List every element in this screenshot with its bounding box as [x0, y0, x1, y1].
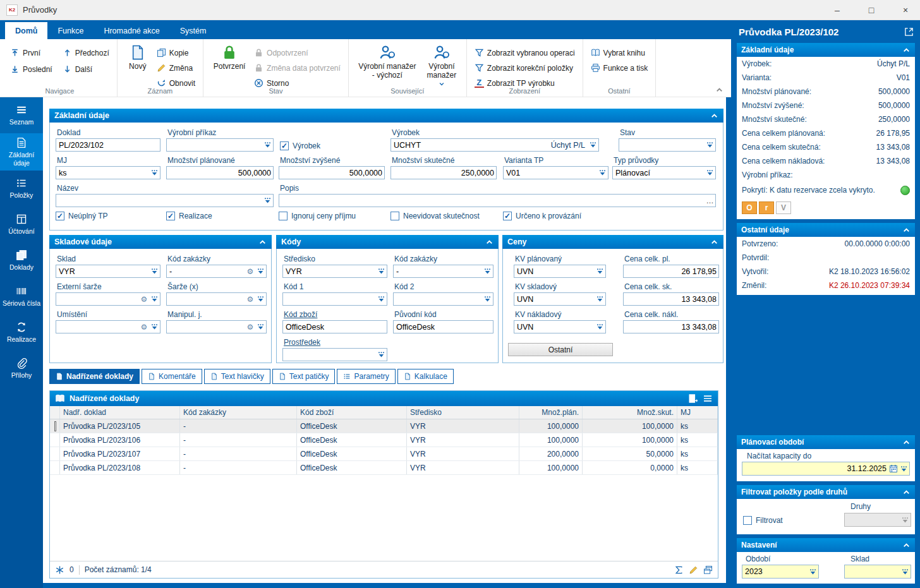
gear-icon[interactable]: ⚙	[139, 321, 149, 333]
sidebar-item-doklady[interactable]: Doklady	[0, 243, 43, 279]
vyrobni-prikaz-input[interactable]	[166, 138, 274, 152]
kv-nakladovy-input[interactable]: UVN	[514, 320, 606, 333]
field-label-link[interactable]: Kód zboží	[282, 310, 387, 319]
sidebar-item-realizace[interactable]: Realizace	[0, 315, 43, 351]
sklad-input[interactable]	[844, 565, 911, 579]
checkbox-box[interactable]	[743, 516, 752, 525]
popis-input[interactable]: …	[279, 194, 716, 207]
collapse-icon[interactable]	[258, 238, 267, 246]
gear-icon[interactable]: ⚙	[245, 293, 255, 305]
mnozstvi-zvysene-input[interactable]: 500,0000	[279, 166, 385, 179]
dropdown-icon[interactable]	[808, 565, 818, 578]
kv-skladovy-input[interactable]: UVN	[514, 292, 606, 306]
dropdown-icon[interactable]	[705, 167, 715, 179]
dropdown-icon[interactable]	[149, 167, 160, 179]
prostredek-input[interactable]	[282, 348, 387, 361]
production-manager-default-button[interactable]: Výrobní manažer - výchozí	[354, 43, 420, 81]
minimize-button[interactable]: –	[823, 0, 852, 20]
tab-nadrizene-doklady[interactable]: Nadřízené doklady	[49, 369, 140, 384]
stav-input[interactable]	[619, 138, 716, 152]
production-manager-button[interactable]: Výrobní manažer	[423, 43, 461, 90]
dropdown-icon[interactable]	[705, 139, 715, 151]
column-header[interactable]: MJ	[677, 406, 718, 419]
section-header[interactable]: Skladové údaje	[49, 235, 272, 249]
ribbon-tab-domu[interactable]: Domů	[5, 22, 47, 39]
gear-icon[interactable]: ⚙	[139, 293, 149, 305]
select-book-button[interactable]: Vybrat knihu	[589, 45, 650, 60]
checkbox-box[interactable]	[279, 212, 288, 220]
expand-panel-icon[interactable]	[904, 27, 914, 37]
collapse-icon[interactable]	[710, 112, 718, 120]
section-header[interactable]: Kódy	[276, 235, 499, 249]
mnozstvi-planovane-input[interactable]: 500,0000	[166, 166, 274, 179]
dropdown-icon[interactable]	[597, 167, 608, 179]
gear-icon[interactable]: ⚙	[245, 265, 255, 277]
checkbox-ignoruj-ceny[interactable]: Ignoruj ceny příjmu	[279, 212, 356, 220]
table-row[interactable]: Průvodka PL/2023/107 - OfficeDesk VYR 20…	[50, 447, 718, 461]
section-header[interactable]: Základní údaje	[49, 109, 723, 123]
kod-1-input[interactable]	[282, 292, 387, 306]
copy-button[interactable]: Kopie	[155, 45, 197, 60]
cena-celk-sk-input[interactable]: 13 343,08	[623, 292, 719, 306]
checkbox-box[interactable]	[503, 212, 512, 220]
externi-sarze-input[interactable]: ⚙	[56, 292, 160, 306]
cena-celk-pl-input[interactable]: 26 178,95	[623, 265, 719, 278]
show-correction-items-button[interactable]: Zobrazit korekční položky	[473, 61, 577, 75]
collapse-icon[interactable]	[902, 226, 911, 234]
dropdown-icon[interactable]	[149, 265, 160, 277]
column-header[interactable]: Nadř. doklad	[60, 406, 180, 419]
dropdown-icon[interactable]	[595, 321, 605, 333]
new-button[interactable]: Nový	[123, 43, 152, 73]
kod-2-input[interactable]	[393, 292, 493, 306]
dropdown-icon[interactable]	[482, 265, 493, 277]
functions-print-button[interactable]: Funkce a tisk	[589, 61, 650, 75]
panel-section-header[interactable]: Plánovací období	[737, 435, 915, 449]
dropdown-icon[interactable]	[255, 321, 266, 333]
dropdown-icon[interactable]	[255, 265, 266, 277]
collapse-icon[interactable]	[902, 488, 911, 496]
dropdown-icon[interactable]	[482, 293, 493, 305]
collapse-icon[interactable]	[902, 541, 911, 549]
tab-kalkulace[interactable]: Kalkulace	[397, 369, 454, 384]
obdobi-input[interactable]: 2023	[742, 565, 819, 579]
kod-zbozi-input[interactable]: OfficeDesk	[282, 320, 387, 333]
ellipsis-button[interactable]: …	[705, 195, 715, 207]
ribbon-tab-hromadne-akce[interactable]: Hromadné akce	[94, 22, 169, 39]
dropdown-icon[interactable]	[899, 462, 909, 475]
dropdown-icon[interactable]	[376, 349, 387, 361]
kv-planovany-input[interactable]: UVN	[514, 265, 606, 278]
ribbon-tab-system[interactable]: Systém	[170, 22, 217, 39]
manipulacni-jednotka-input[interactable]: ⚙	[166, 320, 267, 333]
last-button[interactable]: Poslední	[8, 62, 54, 76]
umisteni-input[interactable]: ⚙	[56, 320, 160, 333]
sarze-input[interactable]: ⚙	[166, 292, 267, 306]
sidebar-item-polozky[interactable]: Položky	[0, 171, 43, 207]
sidebar-item-seriova-cisla[interactable]: Sériová čísla	[0, 279, 43, 315]
table-row[interactable]: Průvodka PL/2023/108 - OfficeDesk VYR 10…	[50, 461, 718, 475]
grid-menu-icon[interactable]	[703, 393, 713, 404]
panel-section-header[interactable]: Nastavení	[737, 538, 915, 552]
table-row[interactable]: Průvodka PL/2023/105 - OfficeDesk VYR 10…	[50, 419, 718, 433]
checkbox-neevidovat[interactable]: Neevidovat skutečnost	[390, 212, 480, 220]
dropdown-icon[interactable]	[588, 139, 598, 151]
dropdown-icon[interactable]	[595, 293, 605, 305]
collapse-icon[interactable]	[710, 238, 718, 246]
copy-window-icon[interactable]	[703, 565, 713, 575]
doklad-input[interactable]: PL/2023/102	[56, 138, 160, 152]
dropdown-icon[interactable]	[262, 195, 273, 207]
o-button[interactable]: O	[742, 201, 757, 214]
change-confirm-date-button[interactable]: Změna data potvrzení	[252, 61, 342, 75]
kod-zakazky-input[interactable]: -⚙	[166, 265, 267, 278]
filtrovat-checkbox[interactable]: Filtrovat	[743, 516, 783, 525]
next-button[interactable]: Další	[61, 62, 111, 76]
collapse-icon[interactable]	[902, 46, 911, 54]
confirm-button[interactable]: Potvrzení	[209, 43, 250, 73]
column-header[interactable]: Kód zakázky	[180, 406, 297, 419]
puvodni-kod-input[interactable]: OfficeDesk	[393, 320, 493, 333]
ostatni-button[interactable]: Ostatní	[508, 343, 613, 356]
checkbox-box[interactable]	[166, 212, 175, 220]
sidebar-item-zakladni-udaje[interactable]: Základní údaje	[0, 133, 43, 171]
mnozstvi-skutecne-input[interactable]: 250,0000	[390, 166, 497, 179]
checkbox-neuplny-tp[interactable]: Neúplný TP	[56, 212, 107, 220]
sum-icon[interactable]	[674, 565, 684, 575]
